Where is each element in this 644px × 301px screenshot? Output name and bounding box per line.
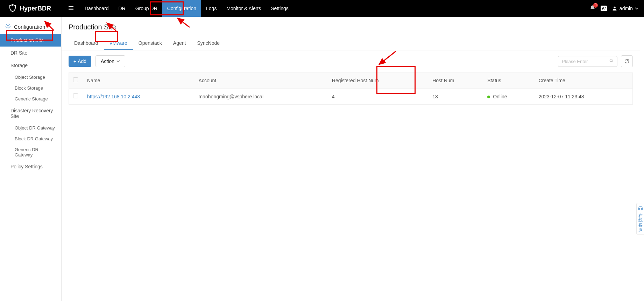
sidebar-heading-label: Configuration xyxy=(14,24,45,30)
table-row: https://192.168.10.2:443maohongming@vsph… xyxy=(69,89,632,105)
add-button[interactable]: + Add xyxy=(69,56,91,67)
column-registered-host-num: Registered Host Num xyxy=(328,72,428,89)
sidebar-dr-site[interactable]: DR Site xyxy=(0,47,61,59)
nav-items: DashboardDRGroup DRConfigurationLogsMoni… xyxy=(80,0,293,17)
nav-item-monitor-alerts[interactable]: Monitor & Alerts xyxy=(221,0,266,17)
sidebar: Configuration Production SiteDR SiteStor… xyxy=(0,17,62,301)
tab-agent[interactable]: Agent xyxy=(168,37,192,50)
sidebar-policy-settings[interactable]: Policy Settings xyxy=(0,160,61,173)
column-status: Status xyxy=(483,72,534,89)
refresh-icon xyxy=(624,58,630,64)
row-name-link[interactable]: https://192.168.10.2:443 xyxy=(87,94,140,99)
sidebar-generic-dr-gateway[interactable]: Generic DR Gateway xyxy=(0,144,61,160)
shield-icon xyxy=(8,4,17,13)
row-checkbox[interactable] xyxy=(73,93,78,98)
user-icon xyxy=(612,6,617,11)
tab-openstack[interactable]: Openstack xyxy=(133,37,168,50)
add-button-label: Add xyxy=(78,58,86,64)
column-account: Account xyxy=(194,72,328,89)
row-status: Online xyxy=(483,89,534,105)
refresh-button[interactable] xyxy=(621,55,633,67)
sidebar-generic-storage[interactable]: Generic Storage xyxy=(0,93,61,104)
nav-item-group-dr[interactable]: Group DR xyxy=(130,0,162,17)
svg-point-3 xyxy=(614,7,615,8)
svg-point-2 xyxy=(13,6,14,6)
svg-point-1 xyxy=(12,5,13,6)
svg-point-4 xyxy=(7,25,9,27)
support-widget[interactable]: 在线客服 xyxy=(636,203,644,234)
row-hostnum: 13 xyxy=(428,89,483,105)
brand: HyperBDR xyxy=(8,4,64,13)
inner-tabs: DashboardVMwareOpenstackAgentSyncNode xyxy=(62,37,640,50)
main-content: Production Site DashboardVMwareOpenstack… xyxy=(62,17,644,301)
nav-right: 0 A² admin xyxy=(589,5,638,12)
tab-vmware[interactable]: VMware xyxy=(104,37,133,50)
sidebar-heading: Configuration xyxy=(0,20,61,34)
action-dropdown[interactable]: Action xyxy=(95,55,125,67)
chevron-down-icon xyxy=(635,7,638,10)
row-account: maohongming@vsphere.local xyxy=(194,89,328,105)
toolbar: + Add Action xyxy=(62,50,640,72)
data-table: NameAccountRegistered Host NumHost NumSt… xyxy=(69,72,633,105)
search-icon xyxy=(609,58,614,64)
user-name: admin xyxy=(620,6,633,11)
row-createtime: 2023-12-07 11:23:48 xyxy=(535,89,632,105)
notifications-button[interactable]: 0 xyxy=(589,5,596,12)
user-menu[interactable]: admin xyxy=(612,6,638,11)
sidebar-block-dr-gateway[interactable]: Block DR Gateway xyxy=(0,133,61,144)
page-title: Production Site xyxy=(62,17,640,37)
sidebar-object-dr-gateway[interactable]: Object DR Gateway xyxy=(0,122,61,133)
nav-item-dashboard[interactable]: Dashboard xyxy=(80,0,114,17)
language-toggle[interactable]: A² xyxy=(601,6,607,11)
support-widget-label: 在线客服 xyxy=(637,214,643,232)
column-create-time: Create Time xyxy=(535,72,632,89)
sidebar-object-storage[interactable]: Object Storage xyxy=(0,72,61,83)
search-input[interactable] xyxy=(558,56,617,67)
action-label: Action xyxy=(101,58,114,64)
sidebar-block-storage[interactable]: Block Storage xyxy=(0,83,61,93)
gear-bug-icon xyxy=(5,23,11,30)
headset-icon xyxy=(637,205,643,212)
column-host-num: Host Num xyxy=(428,72,483,89)
notifications-badge: 0 xyxy=(593,3,598,8)
tab-syncnode[interactable]: SyncNode xyxy=(191,37,225,50)
brand-name: HyperBDR xyxy=(20,5,51,12)
top-nav: HyperBDR DashboardDRGroup DRConfiguratio… xyxy=(0,0,644,17)
column-name: Name xyxy=(83,72,194,89)
nav-item-logs[interactable]: Logs xyxy=(201,0,221,17)
nav-item-settings[interactable]: Settings xyxy=(266,0,293,17)
nav-item-dr[interactable]: DR xyxy=(114,0,130,17)
plus-icon: + xyxy=(73,58,76,64)
row-registered: 4 xyxy=(328,89,428,105)
search-box xyxy=(558,56,617,67)
menu-toggle-icon[interactable] xyxy=(66,3,76,14)
chevron-down-icon xyxy=(116,59,120,63)
sidebar-disastery-recovery-site[interactable]: Disastery Recovery Site xyxy=(0,104,61,122)
tab-dashboard[interactable]: Dashboard xyxy=(69,37,104,50)
svg-point-5 xyxy=(610,59,612,62)
status-dot-icon xyxy=(487,96,490,98)
nav-item-configuration[interactable]: Configuration xyxy=(162,0,201,17)
sidebar-storage[interactable]: Storage xyxy=(0,59,61,72)
select-all-checkbox[interactable] xyxy=(73,77,78,82)
sidebar-production-site[interactable]: Production Site xyxy=(0,34,61,47)
svg-point-0 xyxy=(11,6,12,6)
